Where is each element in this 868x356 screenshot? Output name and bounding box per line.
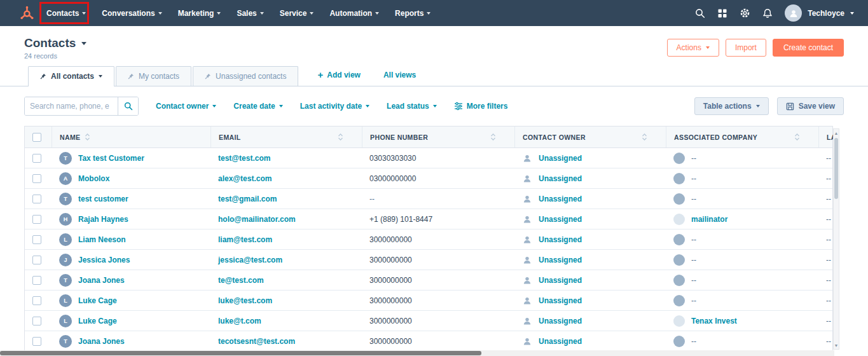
owner-label[interactable]: Unassigned [539, 154, 582, 163]
contact-email-link[interactable]: jessica@test.com [218, 256, 282, 264]
vertical-scrollbar[interactable]: ▲ ▼ [833, 128, 839, 350]
row-checkbox[interactable] [32, 215, 41, 224]
row-checkbox[interactable] [32, 195, 41, 203]
column-header-contact-owner[interactable]: CONTACT OWNER [514, 127, 666, 147]
contact-name-link[interactable]: Liam Neeson [78, 235, 126, 244]
row-checkbox[interactable] [32, 276, 41, 285]
horizontal-scroll-thumb[interactable] [0, 351, 481, 355]
save-view-button[interactable]: Save view [777, 97, 844, 115]
row-checkbox[interactable] [32, 337, 41, 346]
column-header-email[interactable]: EMAIL [210, 127, 362, 147]
vertical-scroll-thumb[interactable] [834, 138, 838, 199]
row-checkbox[interactable] [32, 317, 41, 325]
filter-contact-owner[interactable]: Contact owner [156, 102, 216, 111]
table-body: T Tax test Customer test@test.com 030303… [25, 148, 832, 352]
owner-label[interactable]: Unassigned [539, 215, 582, 224]
contact-email-link[interactable]: alex@test.com [218, 174, 272, 183]
create-contact-button[interactable]: Create contact [773, 39, 844, 57]
add-view-link[interactable]: + Add view [317, 71, 360, 79]
owner-label[interactable]: Unassigned [539, 317, 582, 325]
sort-icon[interactable] [491, 134, 495, 140]
contact-name-link[interactable]: Joana Jones [78, 337, 125, 346]
notifications-bell-icon[interactable] [762, 8, 773, 18]
row-checkbox[interactable] [32, 174, 41, 183]
company-label[interactable]: mailinator [691, 215, 727, 224]
sliders-filter-icon [454, 102, 463, 111]
contact-name-link[interactable]: Luke Cage [78, 296, 117, 305]
all-views-link[interactable]: All views [383, 71, 416, 79]
filter-last-activity-date[interactable]: Last activity date [300, 102, 369, 111]
filter-create-date[interactable]: Create date [233, 102, 282, 111]
nav-item-automation[interactable]: Automation [329, 9, 379, 18]
tab-unassigned-contacts[interactable]: Unassigned contacts [193, 66, 298, 86]
row-checkbox[interactable] [32, 235, 41, 244]
select-all-checkbox[interactable] [32, 133, 41, 142]
tab-my-contacts[interactable]: My contacts [116, 66, 191, 86]
hubspot-sprocket-logo[interactable] [19, 6, 34, 20]
horizontal-scrollbar[interactable] [0, 350, 834, 356]
settings-gear-icon[interactable] [740, 8, 750, 18]
contact-name-link[interactable]: Jessica Jones [78, 256, 130, 264]
search-submit-button[interactable] [118, 97, 138, 115]
contact-name-link[interactable]: Luke Cage [78, 317, 117, 325]
scroll-down-arrow[interactable]: ▼ [834, 342, 839, 348]
company-avatar [673, 336, 685, 347]
plus-icon: + [317, 72, 323, 78]
search-input[interactable] [25, 97, 118, 115]
sort-icon[interactable] [642, 134, 647, 140]
actions-button[interactable]: Actions [667, 39, 719, 57]
nav-item-contacts[interactable]: Contacts [46, 9, 86, 18]
contact-name-link[interactable]: Joana Jones [78, 276, 125, 285]
sort-icon[interactable] [795, 134, 799, 140]
sort-icon[interactable] [338, 134, 343, 140]
contact-email-link[interactable]: luke@t.com [218, 317, 261, 325]
nav-item-service[interactable]: Service [280, 9, 314, 18]
nav-item-conversations[interactable]: Conversations [102, 9, 162, 18]
last-activity-value: -- [826, 276, 831, 285]
account-menu[interactable]: Techloyce [785, 4, 854, 22]
search-icon[interactable] [695, 8, 705, 18]
column-header-associated-company[interactable]: ASSOCIATED COMPANY [666, 127, 818, 147]
column-header-phone[interactable]: PHONE NUMBER [362, 127, 514, 147]
tab-all-contacts[interactable]: All contacts [28, 66, 114, 86]
table-actions-button[interactable]: Table actions [694, 97, 769, 115]
contact-email-link[interactable]: holo@mailinator.com [218, 215, 296, 224]
row-checkbox[interactable] [32, 154, 41, 163]
contact-name-link[interactable]: Mobolox [78, 174, 109, 183]
nav-item-reports[interactable]: Reports [395, 9, 431, 18]
contact-email-link[interactable]: te@test.com [218, 276, 264, 285]
owner-label[interactable]: Unassigned [539, 276, 582, 285]
owner-label[interactable]: Unassigned [539, 256, 582, 264]
last-activity-value: -- [826, 317, 831, 325]
owner-label[interactable]: Unassigned [539, 235, 582, 244]
row-checkbox[interactable] [32, 296, 41, 305]
nav-item-marketing[interactable]: Marketing [178, 9, 221, 18]
column-header-name[interactable]: NAME [52, 127, 210, 147]
column-header-last-activity[interactable]: LA [818, 127, 834, 147]
contact-name-link[interactable]: test customer [78, 195, 128, 203]
import-button[interactable]: Import [726, 39, 766, 57]
contact-name-link[interactable]: Rajah Haynes [78, 215, 128, 224]
contact-name-link[interactable]: Tax test Customer [78, 154, 144, 163]
company-label[interactable]: Tenax Invest [691, 317, 737, 325]
owner-label[interactable]: Unassigned [539, 296, 582, 305]
owner-label[interactable]: Unassigned [539, 174, 582, 183]
sort-icon[interactable] [85, 134, 90, 140]
filter-lead-status[interactable]: Lead status [387, 102, 437, 111]
chevron-down-icon [756, 105, 760, 107]
contact-email-link[interactable]: test@test.com [218, 154, 270, 163]
contact-avatar: T [59, 152, 72, 165]
contact-email-link[interactable]: luke@test.com [218, 296, 272, 305]
marketplace-icon[interactable] [717, 8, 727, 18]
title-dropdown-caret[interactable] [81, 42, 86, 45]
more-filters-button[interactable]: More filters [454, 102, 508, 111]
owner-label[interactable]: Unassigned [539, 337, 582, 346]
company-avatar [673, 193, 685, 205]
nav-item-sales[interactable]: Sales [237, 9, 263, 18]
contact-email-link[interactable]: liam@test.com [218, 235, 272, 244]
contact-email-link[interactable]: test@gmail.com [218, 195, 277, 203]
row-checkbox[interactable] [32, 256, 41, 264]
contact-email-link[interactable]: tecotsesnt@test.com [218, 337, 295, 346]
owner-label[interactable]: Unassigned [539, 195, 582, 203]
scroll-up-arrow[interactable]: ▲ [834, 130, 839, 136]
